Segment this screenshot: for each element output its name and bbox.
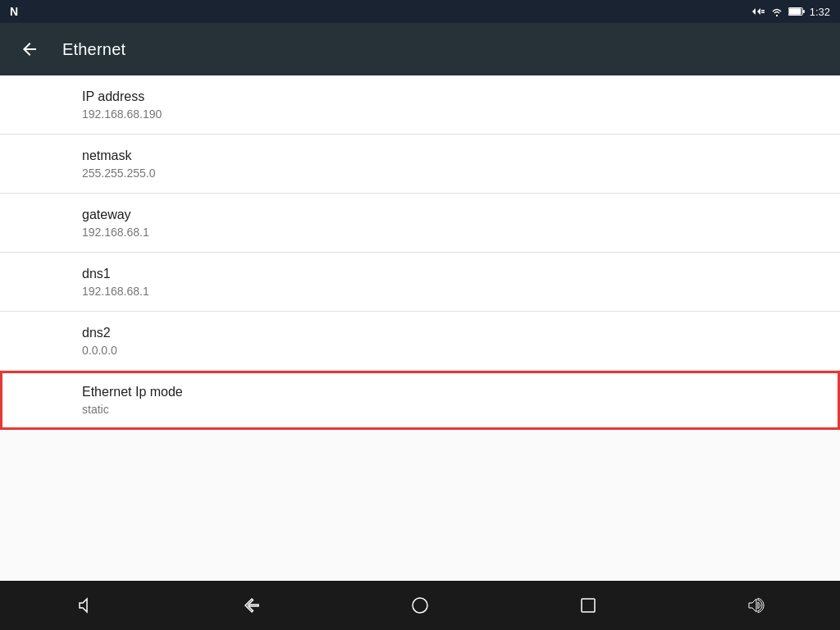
app-bar: Ethernet — [0, 23, 840, 75]
home-button[interactable] — [395, 581, 445, 630]
settings-item-dns1[interactable]: dns1192.168.68.1 — [0, 253, 840, 312]
svg-rect-3 — [789, 8, 801, 14]
settings-item-value: static — [82, 403, 758, 416]
home-icon — [410, 596, 430, 615]
settings-item-title: Ethernet Ip mode — [82, 385, 758, 399]
svg-rect-0 — [761, 10, 765, 11]
status-bar: N 1:32 — [0, 0, 840, 23]
back-arrow-icon — [20, 39, 39, 59]
settings-item-ethernet-ip-mode[interactable]: Ethernet Ip modestatic — [0, 371, 840, 430]
settings-list: IP address192.168.68.190netmask255.255.2… — [0, 75, 840, 430]
settings-item-netmask[interactable]: netmask255.255.255.0 — [0, 135, 840, 194]
settings-item-value: 255.255.255.0 — [82, 167, 758, 180]
settings-item-value: 192.168.68.1 — [82, 285, 758, 298]
back-nav-icon — [242, 596, 262, 615]
settings-item-title: dns2 — [82, 326, 758, 340]
app-logo: N — [10, 5, 18, 18]
svg-rect-1 — [761, 12, 765, 14]
settings-content: IP address192.168.68.190netmask255.255.2… — [0, 75, 840, 581]
settings-item-value: 192.168.68.1 — [82, 226, 758, 239]
back-nav-button[interactable] — [227, 581, 276, 630]
settings-item-title: IP address — [82, 89, 758, 104]
svg-rect-4 — [802, 10, 805, 13]
page-title: Ethernet — [62, 40, 126, 59]
data-transfer-icon — [751, 6, 765, 17]
nav-bar — [0, 581, 840, 630]
status-time: 1:32 — [810, 6, 830, 18]
status-bar-left: N — [10, 0, 18, 23]
settings-item-gateway[interactable]: gateway192.168.68.1 — [0, 194, 840, 253]
back-button[interactable] — [13, 33, 46, 66]
settings-item-dns2[interactable]: dns20.0.0.0 — [0, 312, 840, 371]
status-icons: 1:32 — [751, 6, 830, 18]
settings-item-value: 0.0.0.0 — [82, 344, 758, 357]
settings-item-title: gateway — [82, 208, 758, 222]
wifi-icon — [770, 7, 783, 16]
recent-apps-button[interactable] — [564, 581, 613, 630]
battery-icon — [788, 7, 805, 16]
svg-rect-6 — [582, 599, 595, 612]
volume-up-icon — [746, 596, 766, 615]
volume-down-icon — [74, 596, 94, 615]
settings-item-title: netmask — [82, 148, 758, 163]
settings-item-title: dns1 — [82, 267, 758, 281]
recent-apps-icon — [579, 596, 597, 614]
settings-item-value: 192.168.68.190 — [82, 107, 758, 121]
svg-point-5 — [413, 598, 427, 613]
volume-up-button[interactable] — [732, 581, 781, 630]
volume-down-button[interactable] — [59, 581, 108, 630]
settings-item-ip-address[interactable]: IP address192.168.68.190 — [0, 75, 840, 135]
